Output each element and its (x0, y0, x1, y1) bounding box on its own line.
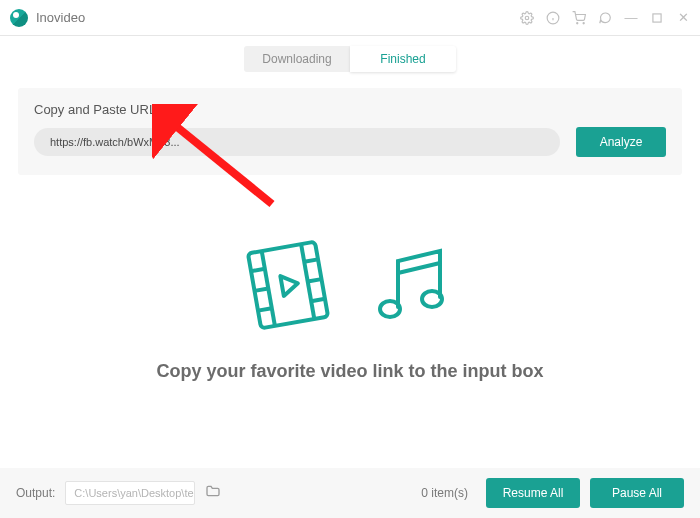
output-path-field[interactable]: C:\Users\yan\Desktop\te... (65, 481, 195, 505)
svg-point-4 (577, 22, 578, 23)
empty-state-hint: Copy your favorite video link to the inp… (0, 361, 700, 382)
minimize-icon[interactable]: — (624, 11, 638, 25)
pause-all-button[interactable]: Pause All (590, 478, 684, 508)
app-logo-icon (10, 9, 28, 27)
bottom-bar: Output: C:\Users\yan\Desktop\te... 0 ite… (0, 468, 700, 518)
url-panel: Copy and Paste URL here: Analyze (18, 88, 682, 175)
url-input[interactable] (34, 128, 560, 156)
settings-gear-icon[interactable] (520, 11, 534, 25)
svg-rect-7 (248, 242, 328, 329)
svg-point-17 (380, 301, 400, 317)
items-count: 0 item(s) (421, 486, 468, 500)
empty-state: Copy your favorite video link to the inp… (0, 235, 700, 382)
cart-icon[interactable] (572, 11, 586, 25)
svg-line-12 (258, 308, 272, 310)
info-icon[interactable] (546, 11, 560, 25)
app-title: Inovideo (36, 10, 85, 25)
svg-line-10 (251, 269, 265, 271)
output-label: Output: (16, 486, 55, 500)
svg-line-14 (308, 279, 322, 281)
svg-line-11 (255, 288, 269, 290)
svg-line-13 (304, 259, 318, 261)
analyze-button[interactable]: Analyze (576, 127, 666, 157)
resume-all-button[interactable]: Resume All (486, 478, 580, 508)
svg-line-15 (311, 299, 325, 301)
feedback-icon[interactable] (598, 11, 612, 25)
svg-line-19 (398, 263, 440, 273)
close-icon[interactable]: ✕ (676, 11, 690, 25)
svg-marker-16 (280, 273, 299, 295)
svg-point-5 (583, 22, 584, 23)
tab-finished[interactable]: Finished (350, 46, 456, 72)
video-clip-icon (240, 235, 336, 335)
window-controls: — ✕ (520, 11, 690, 25)
title-bar: Inovideo — ✕ (0, 0, 700, 36)
tab-downloading[interactable]: Downloading (244, 46, 350, 72)
url-label: Copy and Paste URL here: (34, 102, 666, 117)
tabs: Downloading Finished (0, 46, 700, 72)
music-note-icon (364, 237, 460, 333)
svg-point-0 (525, 16, 529, 20)
svg-point-18 (422, 291, 442, 307)
maximize-icon[interactable] (650, 11, 664, 25)
svg-rect-6 (653, 13, 661, 21)
open-folder-icon[interactable] (205, 483, 223, 503)
